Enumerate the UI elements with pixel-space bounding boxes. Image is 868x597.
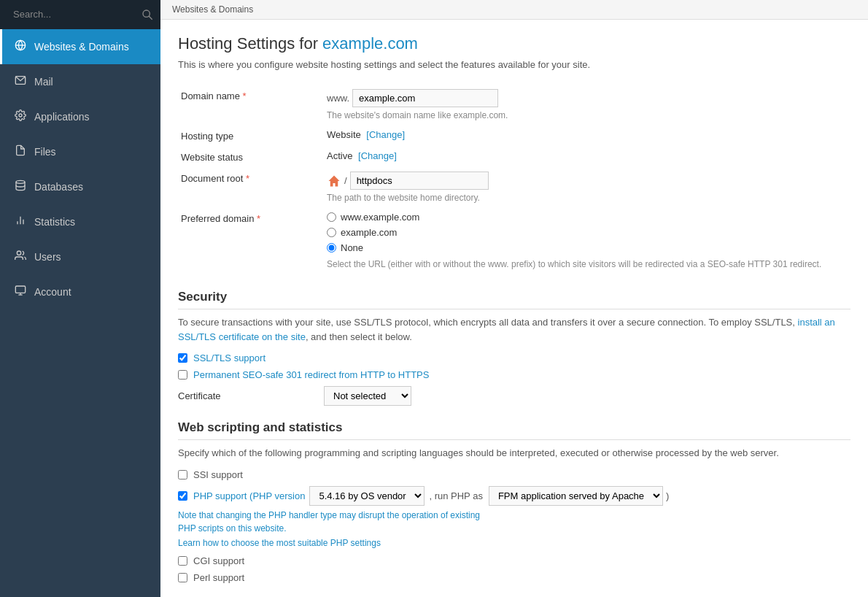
- ssl-support-row: SSL/TLS support: [178, 353, 850, 363]
- sidebar: Websites & Domains Mail Applications Fil…: [0, 0, 160, 597]
- php-row: PHP support (PHP version 5.4.16 by OS ve…: [178, 486, 850, 506]
- perl-row: Perl support: [178, 572, 850, 583]
- certificate-select[interactable]: Not selected: [324, 386, 411, 406]
- radio-www-input[interactable]: [327, 212, 336, 222]
- svg-marker-14: [329, 175, 340, 186]
- sidebar-item-websites[interactable]: Websites & Domains: [0, 29, 160, 64]
- radio-nowww-label: example.com: [341, 227, 397, 238]
- sidebar-item-label-mail: Mail: [34, 76, 53, 88]
- page-subtitle: This is where you configure website host…: [178, 59, 850, 70]
- radio-www[interactable]: www.example.com: [327, 212, 848, 223]
- svg-point-5: [19, 114, 22, 117]
- main-content: Websites & Domains Hosting Settings for …: [160, 0, 868, 597]
- perl-checkbox[interactable]: [178, 573, 187, 582]
- home-icon: [327, 174, 341, 188]
- applications-icon: [14, 109, 27, 124]
- sidebar-item-mail[interactable]: Mail: [0, 64, 160, 99]
- php-version-select[interactable]: 5.4.16 by OS vendor: [309, 486, 425, 506]
- security-desc-text1: To secure transactions with your site, u…: [178, 317, 795, 328]
- website-status-label: Website status: [178, 146, 324, 167]
- security-desc: To secure transactions with your site, u…: [178, 315, 850, 344]
- redirect-checkbox[interactable]: [178, 370, 187, 380]
- radio-nowww[interactable]: example.com: [327, 227, 848, 238]
- page-title: Hosting Settings for example.com: [178, 34, 850, 53]
- ssi-checkbox[interactable]: [178, 470, 187, 479]
- ssl-support-label: SSL/TLS support: [193, 353, 266, 363]
- php-close: ): [666, 490, 669, 501]
- hosting-type-change[interactable]: [Change]: [366, 129, 405, 140]
- perl-label: Perl support: [193, 572, 244, 583]
- domain-name-row: Domain name * www. The website's domain …: [178, 85, 850, 125]
- hosting-type-value: Website [Change]: [324, 125, 850, 146]
- ssi-row: SSI support: [178, 469, 850, 480]
- websites-icon: [14, 39, 27, 54]
- sidebar-item-databases[interactable]: Databases: [0, 169, 160, 204]
- account-icon: [14, 285, 27, 299]
- doc-root-hint: The path to the website home directory.: [327, 193, 848, 203]
- domain-name-field: www. The website's domain name like exam…: [324, 85, 850, 125]
- php-label: PHP support (PHP version: [193, 490, 305, 501]
- sidebar-item-label-account: Account: [34, 286, 71, 298]
- php-learn-link[interactable]: Learn how to choose the most suitable PH…: [178, 538, 850, 548]
- ssl-support-checkbox[interactable]: [178, 353, 187, 363]
- security-desc-text2: , and then select it below.: [306, 331, 412, 342]
- cgi-label: CGI support: [193, 555, 244, 566]
- php-note-line1: Note that changing the PHP handler type …: [178, 510, 480, 520]
- sidebar-item-account[interactable]: Account: [0, 274, 160, 309]
- sidebar-item-users[interactable]: Users: [0, 239, 160, 274]
- radio-www-label: www.example.com: [341, 212, 419, 223]
- mail-icon: [14, 74, 27, 89]
- doc-root-label: Document root *: [178, 167, 324, 207]
- statistics-icon: [14, 215, 27, 229]
- hosting-type-label: Hosting type: [178, 125, 324, 146]
- redirect-label: Permanent SEO-safe 301 redirect from HTT…: [193, 369, 429, 380]
- radio-none-input[interactable]: [327, 243, 336, 253]
- sidebar-item-label-websites: Websites & Domains: [34, 41, 129, 53]
- doc-root-row: Document root * / The path to the websit…: [178, 167, 850, 207]
- cgi-checkbox[interactable]: [178, 556, 187, 566]
- sidebar-item-applications[interactable]: Applications: [0, 99, 160, 134]
- domain-input-wrap: www.: [327, 89, 848, 107]
- certificate-label: Certificate: [178, 390, 324, 401]
- radio-nowww-input[interactable]: [327, 228, 336, 237]
- cgi-row: CGI support: [178, 555, 850, 566]
- domain-link: example.com: [322, 34, 418, 53]
- domain-name-input[interactable]: [352, 89, 498, 107]
- website-status-change[interactable]: [Change]: [358, 150, 397, 161]
- security-section-title: Security: [178, 290, 850, 309]
- preferred-domain-options: www.example.com example.com None Select …: [324, 207, 850, 275]
- certificate-row: Certificate Not selected: [178, 386, 850, 406]
- svg-line-1: [149, 16, 152, 20]
- users-icon: [14, 250, 27, 264]
- www-prefix: www.: [327, 93, 349, 104]
- radio-none[interactable]: None: [327, 242, 848, 253]
- php-note-line2: PHP scripts on this website.: [178, 523, 287, 534]
- breadcrumb: Websites & Domains: [160, 0, 868, 20]
- hosting-type-row: Hosting type Website [Change]: [178, 125, 850, 146]
- radio-none-label: None: [341, 242, 363, 253]
- php-handler-select[interactable]: FPM application served by Apache: [489, 486, 663, 506]
- webscripting-desc: Specify which of the following programmi…: [178, 446, 850, 461]
- doc-root-field: / The path to the website home directory…: [324, 167, 850, 207]
- svg-point-0: [143, 10, 150, 17]
- sidebar-item-label-files: Files: [34, 146, 56, 158]
- website-status-value: Active [Change]: [324, 146, 850, 167]
- search-icon: [142, 9, 153, 20]
- svg-rect-11: [15, 286, 25, 293]
- sidebar-item-label-databases: Databases: [34, 181, 83, 193]
- breadcrumb-text: Websites & Domains: [172, 4, 253, 15]
- search-box[interactable]: [0, 0, 160, 29]
- redirect-row: Permanent SEO-safe 301 redirect from HTT…: [178, 369, 850, 380]
- website-status-row: Website status Active [Change]: [178, 146, 850, 167]
- php-checkbox[interactable]: [178, 491, 187, 501]
- sidebar-item-files[interactable]: Files: [0, 134, 160, 169]
- doc-root-input[interactable]: [350, 172, 489, 190]
- preferred-domain-row: Preferred domain * www.example.com examp…: [178, 207, 850, 275]
- sidebar-item-label-users: Users: [34, 251, 61, 263]
- ssi-label: SSI support: [193, 469, 243, 480]
- radio-group-preferred: www.example.com example.com None: [327, 212, 848, 253]
- sidebar-item-statistics[interactable]: Statistics: [0, 204, 160, 239]
- svg-point-6: [16, 180, 25, 183]
- files-icon: [14, 145, 27, 159]
- search-input[interactable]: [7, 6, 142, 23]
